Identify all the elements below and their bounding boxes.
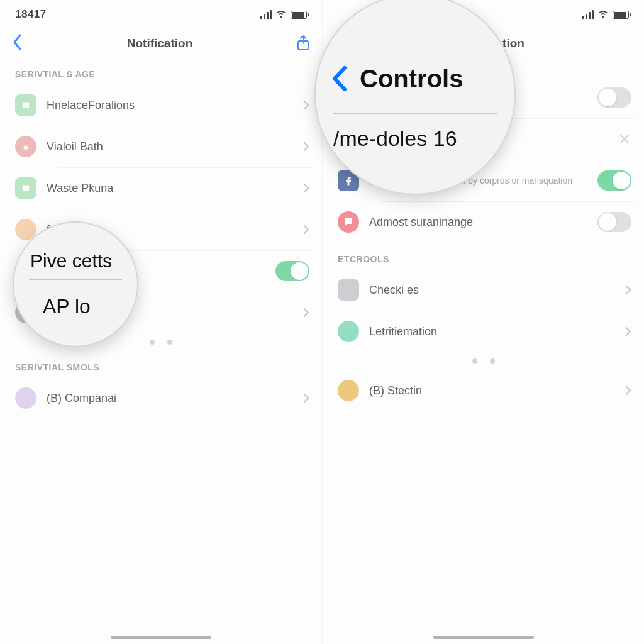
- battery-icon: [291, 11, 307, 19]
- row-vialoil[interactable]: Vialoil Bath: [0, 126, 322, 167]
- toggle-switch[interactable]: [597, 212, 631, 232]
- wifi-icon: [597, 8, 609, 22]
- magnifier-left: Pive cetts AP lo: [13, 221, 138, 347]
- chevron-right-icon: [303, 225, 309, 235]
- row-label: Waste Pkuna: [47, 182, 293, 195]
- row-label: Checki es: [369, 284, 615, 297]
- row-label: (B) Stectin: [369, 384, 615, 397]
- toggle-switch[interactable]: [275, 261, 309, 281]
- section-serivtial-smols: SERIVTIAL SMOLS: [0, 351, 322, 377]
- section-serivtial-sage: SERIVTIAL S AGE: [0, 58, 322, 84]
- section-etcrools: ETCROOLS: [323, 243, 644, 269]
- page-dots: [323, 352, 644, 370]
- chat-icon: [338, 211, 359, 233]
- row-letrit[interactable]: Letritiemation: [323, 311, 644, 352]
- mag-line-2: /me-doles 16: [314, 126, 516, 151]
- back-button[interactable]: [11, 33, 24, 54]
- signal-icon: [582, 10, 594, 19]
- status-time: 18417: [15, 8, 47, 21]
- row-label: Vialoil Bath: [47, 140, 293, 153]
- row-label: (B) Companai: [47, 392, 293, 405]
- mag-separator: [29, 279, 122, 280]
- row-label: Admost suraninange: [369, 216, 587, 229]
- status-icons: [582, 8, 629, 22]
- mag-line-2: AP lo: [13, 287, 138, 318]
- chevron-right-icon: [625, 326, 631, 336]
- signal-icon: [260, 10, 272, 19]
- app-icon: [15, 177, 36, 199]
- status-bar: 18417: [0, 0, 322, 29]
- app-icon: [338, 321, 359, 342]
- toggle-switch[interactable]: [597, 87, 631, 108]
- wifi-icon: [275, 8, 287, 22]
- app-icon: [15, 387, 36, 409]
- row-waste[interactable]: Waste Pkuna: [0, 167, 322, 209]
- mag-separator: [333, 113, 497, 114]
- share-button[interactable]: [296, 35, 311, 52]
- page-title: Notification: [127, 36, 193, 50]
- nav-bar: Notification: [0, 29, 322, 58]
- list-icon: [338, 279, 359, 301]
- chevron-right-icon: [303, 308, 309, 318]
- mag-title: Controls: [360, 65, 463, 93]
- app-icon: [338, 380, 359, 401]
- app-icon: [15, 94, 36, 116]
- row-label: Letritiemation: [369, 325, 615, 338]
- chevron-right-icon: [303, 100, 309, 110]
- row-stectin[interactable]: (B) Stectin: [323, 370, 644, 411]
- close-icon[interactable]: [618, 132, 631, 146]
- list-etc-2: (B) Stectin: [323, 370, 644, 411]
- row-label: HnelaceForalions: [47, 99, 293, 112]
- list-etc: Checki es Letritiemation: [323, 269, 644, 352]
- toggle-switch[interactable]: [597, 170, 631, 191]
- row-companai[interactable]: (B) Companai: [0, 377, 322, 419]
- status-icons: [260, 8, 307, 22]
- row-checki[interactable]: Checki es: [323, 269, 644, 311]
- chevron-right-icon: [625, 386, 631, 396]
- app-icon: [15, 136, 36, 157]
- chevron-right-icon: [303, 183, 309, 193]
- row-admost[interactable]: Admost suraninange: [323, 201, 644, 243]
- list-smols: (B) Companai: [0, 377, 322, 419]
- battery-icon: [613, 11, 629, 19]
- chevron-right-icon: [625, 285, 631, 295]
- row-hnelace[interactable]: HnelaceForalions: [0, 84, 322, 126]
- back-chevron-icon[interactable]: [328, 63, 351, 94]
- home-indicator[interactable]: [433, 636, 534, 639]
- chevron-right-icon: [303, 393, 309, 403]
- chevron-right-icon: [303, 142, 309, 152]
- mag-line-1: Pive cetts: [13, 250, 138, 272]
- svg-rect-1: [23, 103, 30, 108]
- home-indicator[interactable]: [111, 636, 211, 639]
- svg-rect-2: [23, 186, 30, 191]
- magnifier-right: Controls /me-doles 16: [314, 0, 516, 195]
